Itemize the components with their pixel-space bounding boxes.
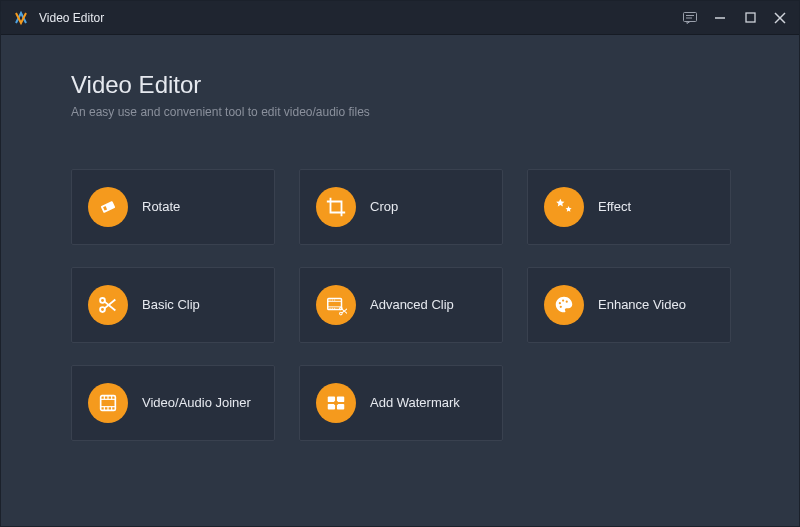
watermark-icon [316,383,356,423]
tile-rotate[interactable]: Rotate [71,169,275,245]
svg-rect-41 [328,404,335,410]
svg-rect-40 [337,397,344,403]
feedback-button[interactable] [683,11,697,25]
svg-point-26 [559,302,561,304]
minimize-button[interactable] [713,11,727,25]
svg-point-20 [332,308,333,309]
tile-add-watermark[interactable]: Add Watermark [299,365,503,441]
svg-point-28 [566,301,568,303]
titlebar-controls [683,11,787,25]
tile-label: Effect [598,199,631,215]
svg-rect-7 [101,201,116,213]
advanced-clip-icon [316,285,356,325]
page-title: Video Editor [71,71,729,99]
titlebar-title: Video Editor [39,11,104,25]
app-logo-icon [13,10,29,26]
svg-rect-42 [337,404,344,410]
tile-label: Advanced Clip [370,297,454,313]
svg-point-29 [560,306,562,308]
svg-point-21 [334,308,335,309]
rotate-icon [88,187,128,227]
close-button[interactable] [773,11,787,25]
tile-label: Enhance Video [598,297,686,313]
titlebar-left: Video Editor [13,10,104,26]
svg-point-17 [332,299,333,300]
crop-icon [316,187,356,227]
titlebar: Video Editor [1,1,799,35]
svg-rect-39 [328,397,335,403]
svg-rect-0 [684,12,697,21]
film-icon [88,383,128,423]
tile-label: Add Watermark [370,395,460,411]
tile-crop[interactable]: Crop [299,169,503,245]
content-area: Video Editor An easy use and convenient … [1,35,799,441]
tile-enhance-video[interactable]: Enhance Video [527,267,731,343]
tile-effect[interactable]: Effect [527,169,731,245]
svg-rect-4 [746,13,755,22]
scissors-icon [88,285,128,325]
palette-icon [544,285,584,325]
svg-point-18 [334,299,335,300]
tile-advanced-clip[interactable]: Advanced Clip [299,267,503,343]
page-subtitle: An easy use and convenient tool to edit … [71,105,729,119]
tile-basic-clip[interactable]: Basic Clip [71,267,275,343]
maximize-button[interactable] [743,11,757,25]
app-window: Video Editor [0,0,800,527]
svg-point-16 [329,299,330,300]
tile-label: Rotate [142,199,180,215]
effect-icon [544,187,584,227]
tile-label: Crop [370,199,398,215]
tool-grid: Rotate Crop Effect [71,169,729,441]
svg-point-19 [329,308,330,309]
svg-point-27 [562,300,564,302]
tile-video-audio-joiner[interactable]: Video/Audio Joiner [71,365,275,441]
tile-label: Basic Clip [142,297,200,313]
tile-label: Video/Audio Joiner [142,395,251,411]
svg-rect-43 [334,401,338,405]
